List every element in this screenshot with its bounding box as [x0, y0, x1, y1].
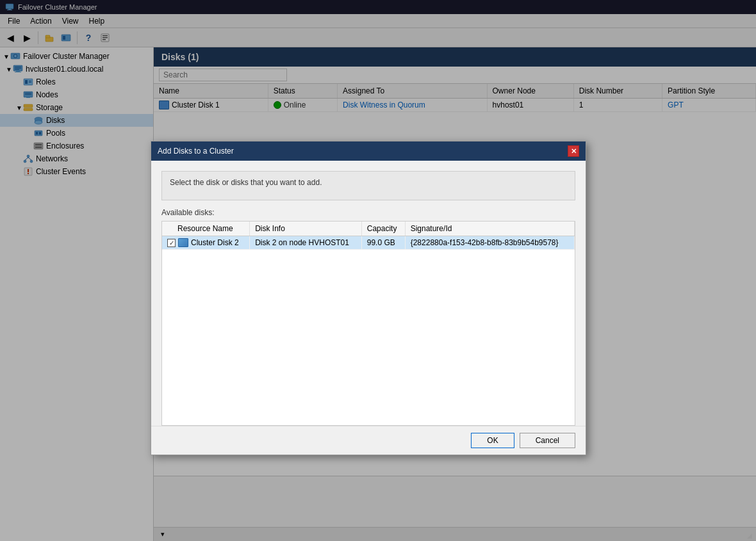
available-disks-table: Resource Name Disk Info Capacity Signatu…: [162, 222, 575, 250]
avail-disk-signature: {2822880a-f153-42b8-b8fb-83b9b54b9578}: [411, 238, 559, 247]
modal-overlay: Add Disks to a Cluster ✕ Select the disk…: [0, 0, 756, 541]
avail-table-row[interactable]: Cluster Disk 2 Disk 2 on node HVHOST01 9…: [162, 236, 575, 250]
avail-disk-name-cell: Cluster Disk 2: [162, 236, 250, 250]
avail-disk-name: Cluster Disk 2: [191, 238, 239, 247]
avail-disk-signature-cell: {2822880a-f153-42b8-b8fb-83b9b54b9578}: [405, 236, 574, 250]
avail-disk-capacity: 99.0 GB: [367, 238, 395, 247]
avail-disk-info-cell: Disk 2 on node HVHOST01: [250, 236, 362, 250]
disk-checkbox[interactable]: [167, 239, 176, 247]
dialog-body-outer: Select the disk or disks that you want t…: [151, 161, 586, 426]
avail-col-name[interactable]: Resource Name: [162, 222, 250, 236]
dialog-footer: OK Cancel: [151, 426, 586, 455]
avail-col-signature[interactable]: Signature/Id: [405, 222, 574, 236]
available-disks-container: Resource Name Disk Info Capacity Signatu…: [161, 221, 575, 426]
disk-row-name: Cluster Disk 2: [167, 238, 244, 247]
dialog-instruction: Select the disk or disks that you want t…: [170, 178, 567, 187]
available-disks-label: Available disks:: [161, 208, 575, 217]
dialog-instruction-area: Select the disk or disks that you want t…: [161, 171, 575, 200]
ok-button[interactable]: OK: [471, 433, 514, 448]
cancel-button[interactable]: Cancel: [520, 433, 575, 448]
avail-col-capacity[interactable]: Capacity: [361, 222, 405, 236]
resize-handle[interactable]: ◢: [747, 532, 753, 538]
avail-col-diskinfo[interactable]: Disk Info: [250, 222, 362, 236]
avail-disk-icon: [178, 238, 188, 247]
dialog-title-bar: Add Disks to a Cluster ✕: [151, 141, 586, 161]
avail-disk-capacity-cell: 99.0 GB: [361, 236, 405, 250]
avail-disk-info: Disk 2 on node HVHOST01: [255, 238, 349, 247]
dialog-close-button[interactable]: ✕: [568, 145, 579, 157]
add-disks-dialog: Add Disks to a Cluster ✕ Select the disk…: [151, 141, 586, 455]
dialog-title: Add Disks to a Cluster: [158, 147, 234, 156]
